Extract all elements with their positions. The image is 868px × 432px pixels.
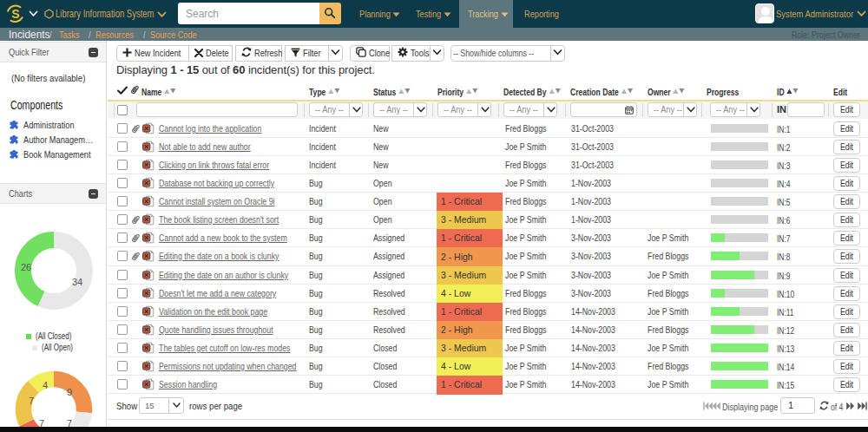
svg-text:S: S [11, 7, 19, 21]
svg-text:34: 34 [72, 277, 82, 287]
svg-text:4: 4 [43, 380, 48, 390]
svg-text:7: 7 [29, 396, 34, 406]
svg-text:26: 26 [21, 262, 31, 272]
svg-text:9: 9 [67, 387, 72, 397]
